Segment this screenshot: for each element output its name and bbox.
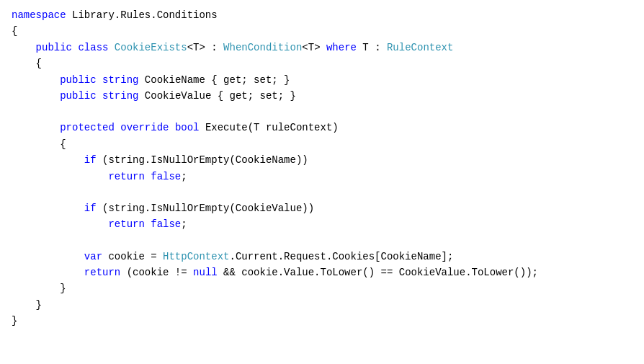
code-line: namespace Library.Rules.Conditions: [0, 7, 644, 23]
code-line: {: [0, 56, 644, 71]
code-token: {: [12, 23, 17, 39]
code-token: [12, 152, 84, 168]
code-token: public: [60, 72, 96, 88]
code-token: var: [84, 249, 102, 265]
code-token: public: [60, 88, 96, 104]
code-token: false: [151, 216, 181, 232]
code-token: return: [108, 169, 144, 185]
code-token: {: [12, 56, 42, 71]
code-token: return: [84, 265, 120, 280]
code-token: Library.Rules.Conditions: [66, 7, 218, 23]
code-token: <T>: [302, 40, 326, 56]
code-token: CookieExists: [115, 40, 187, 56]
code-token: [12, 249, 84, 265]
code-token: CookieValue { get; set; }: [138, 88, 295, 104]
code-token: public: [36, 40, 72, 56]
code-token: WhenCondition: [223, 40, 302, 56]
code-token: [12, 200, 84, 216]
code-token: override: [120, 120, 169, 136]
code-token: [145, 169, 151, 185]
code-token: HttpContext: [163, 249, 229, 265]
code-line: }: [0, 297, 644, 313]
code-token: {: [12, 136, 66, 152]
code-token: [12, 216, 108, 232]
code-token: [97, 88, 102, 104]
code-token: <T> :: [187, 40, 223, 56]
code-token: protected: [60, 120, 115, 136]
code-token: }: [12, 313, 17, 329]
code-token: (cookie !=: [120, 265, 193, 280]
code-token: .Current.Request.Cookies[CookieName];: [229, 249, 453, 265]
code-token: RuleContext: [387, 40, 453, 56]
code-token: }: [12, 297, 42, 313]
code-line: protected override bool Execute(T ruleCo…: [0, 120, 644, 136]
code-line: if (string.IsNullOrEmpty(CookieName)): [0, 152, 644, 168]
code-token: null: [193, 265, 218, 280]
code-token: if: [84, 200, 97, 216]
code-token: class: [78, 40, 108, 56]
code-token: return: [108, 216, 144, 232]
code-line: if (string.IsNullOrEmpty(CookieValue)): [0, 200, 644, 216]
code-token: false: [151, 169, 181, 185]
code-token: (string.IsNullOrEmpty(CookieValue)): [97, 200, 314, 216]
code-token: where: [326, 40, 357, 56]
code-token: [12, 72, 60, 88]
code-line: }: [0, 280, 644, 296]
code-line: [0, 104, 644, 120]
code-token: namespace: [12, 7, 66, 23]
code-line: {: [0, 23, 644, 39]
code-line: [0, 233, 644, 249]
code-line: public class CookieExists<T> : WhenCondi…: [0, 40, 644, 56]
code-editor: namespace Library.Rules.Conditions{ publ…: [0, 0, 644, 364]
code-token: }: [12, 280, 66, 296]
code-token: ;: [181, 169, 187, 185]
code-token: [12, 265, 84, 280]
code-line: return false;: [0, 169, 644, 185]
code-line: var cookie = HttpContext.Current.Request…: [0, 249, 644, 265]
code-token: string: [102, 88, 138, 104]
code-token: && cookie.Value.ToLower() == CookieValue…: [218, 265, 538, 280]
code-token: ;: [181, 216, 187, 232]
code-token: [115, 120, 120, 136]
code-line: public string CookieName { get; set; }: [0, 72, 644, 88]
code-line: public string CookieValue { get; set; }: [0, 88, 644, 104]
code-token: [145, 216, 151, 232]
code-line: return false;: [0, 216, 644, 232]
code-token: cookie =: [102, 249, 163, 265]
code-line: }: [0, 313, 644, 329]
code-token: if: [84, 152, 97, 168]
code-token: [72, 40, 78, 56]
code-token: [12, 40, 36, 56]
code-token: [97, 72, 102, 88]
code-token: Execute(T ruleContext): [199, 120, 338, 136]
code-token: [108, 40, 114, 56]
code-token: [12, 120, 60, 136]
code-token: [12, 169, 108, 185]
code-token: T :: [357, 40, 387, 56]
code-token: [169, 120, 174, 136]
code-token: [12, 88, 60, 104]
code-line: {: [0, 136, 644, 152]
code-token: string: [102, 72, 138, 88]
code-line: [0, 185, 644, 200]
code-token: CookieName { get; set; }: [138, 72, 290, 88]
code-token: (string.IsNullOrEmpty(CookieName)): [97, 152, 308, 168]
code-token: bool: [175, 120, 200, 136]
code-line: return (cookie != null && cookie.Value.T…: [0, 265, 644, 280]
